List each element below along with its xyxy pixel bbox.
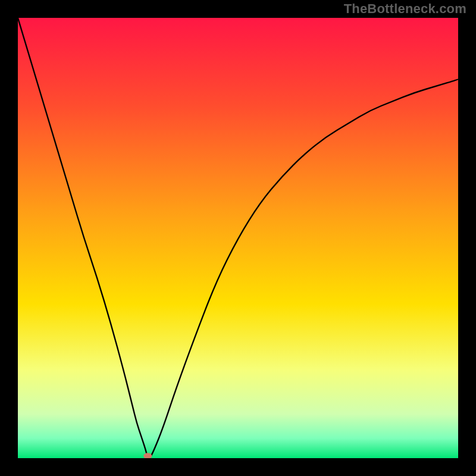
chart-frame: TheBottleneck.com <box>0 0 476 476</box>
plot-area <box>18 18 458 458</box>
plot-svg <box>18 18 458 458</box>
watermark-text: TheBottleneck.com <box>344 1 466 17</box>
